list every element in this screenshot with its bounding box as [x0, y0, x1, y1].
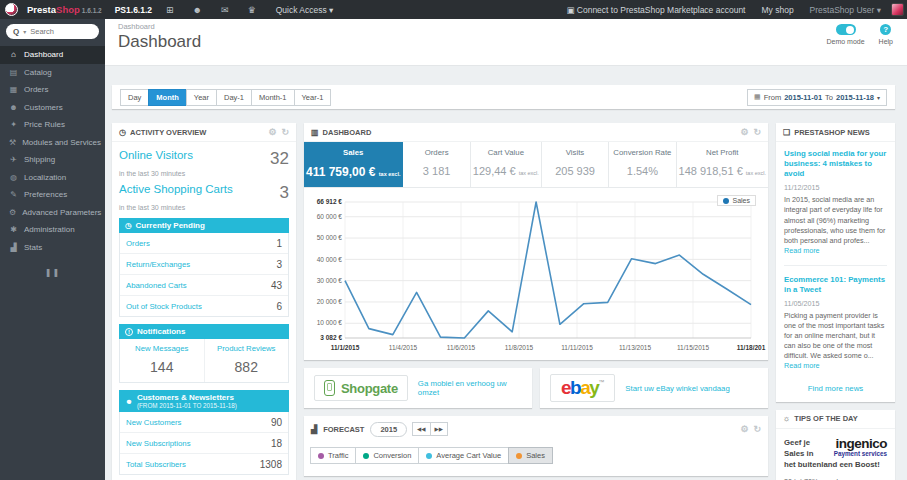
divider [784, 265, 887, 266]
legend-label: Sales [526, 451, 545, 460]
new-customers-value: 90 [271, 417, 282, 428]
kpi-label: Visits [544, 148, 606, 157]
filter-month-button[interactable]: Month [148, 89, 187, 106]
refresh-icon[interactable]: ↻ [753, 128, 761, 137]
kpi-label: Net Profit [679, 148, 766, 157]
my-shop-link[interactable]: My shop [755, 5, 799, 15]
shopgate-link[interactable]: Ga mobiel en verhoog uw omzet [418, 379, 522, 397]
svg-text:11/13/2015: 11/13/2015 [619, 344, 651, 351]
forecast-legend-average-cart-value[interactable]: Average Cart Value [418, 447, 509, 464]
filter-day-button[interactable]: Day [120, 89, 149, 106]
online-visitors-sub: in the last 30 minutes [119, 170, 289, 177]
gear-icon[interactable]: ⚙ [740, 128, 748, 137]
kpi-label: Sales [306, 148, 400, 157]
quick-access-menu[interactable]: Quick Access ▾ [270, 5, 340, 15]
read-more-link[interactable]: Read more [784, 246, 820, 255]
filter-day-1-button[interactable]: Day-1 [216, 89, 252, 106]
refresh-icon[interactable]: ↻ [281, 128, 289, 137]
legend-dot [723, 198, 729, 204]
filter-year-1-button[interactable]: Year-1 [294, 89, 332, 106]
pending-returns-link[interactable]: Return/Exchanges [126, 260, 190, 269]
mail-icon[interactable]: ✉ [216, 5, 234, 15]
marketplace-link[interactable]: ▣ Connect to PrestaShop Marketplace acco… [560, 5, 751, 15]
sidebar-item-label: Catalog [24, 68, 52, 77]
filter-month-1-button[interactable]: Month-1 [251, 89, 295, 106]
abandoned-carts-link[interactable]: Abandoned Carts [126, 281, 187, 290]
gear-icon[interactable]: ⚙ [740, 425, 748, 434]
sidebar-item-preferences[interactable]: ✎ Preferences [0, 186, 105, 204]
breadcrumb[interactable]: Dashboard [118, 22, 155, 31]
read-more-link[interactable]: Read more [784, 361, 820, 370]
forecast-legend-traffic[interactable]: Traffic [310, 447, 356, 464]
gear-icon[interactable]: ⚙ [268, 128, 276, 137]
news-item-title[interactable]: Ecommerce 101: Payments in a Tweet [784, 275, 887, 295]
new-subscriptions-link[interactable]: New Subscriptions [126, 439, 191, 448]
find-more-news-link[interactable]: Find more news [784, 384, 887, 393]
sidebar-item-administration[interactable]: ✱ Administration [0, 221, 105, 239]
search-input[interactable] [30, 27, 88, 36]
kpi-label: Orders [405, 148, 467, 157]
user-avatar[interactable] [891, 3, 904, 16]
search-scope-caret[interactable]: ▾ [23, 28, 26, 35]
sidebar-item-label: Modules and Services [22, 138, 101, 147]
kpi-tab-net-profit[interactable]: Net Profit 148 918,51 € tax excl. [677, 142, 768, 187]
sidebar-item-customers[interactable]: ☻ Customers [0, 99, 105, 117]
sidebar-item-label: Stats [24, 243, 42, 252]
sidebar-item-advanced-parameters[interactable]: ⚙ Advanced Parameters [0, 204, 105, 222]
tag-icon: ✦ [9, 120, 18, 129]
forecast-icon: ▟ [311, 425, 317, 434]
forecast-next-button[interactable]: ▶▶ [430, 422, 448, 436]
quick-access-label: Quick Access [276, 5, 327, 15]
help-label: Help [879, 38, 893, 45]
online-visitors-link[interactable]: Online Visitors [119, 149, 193, 161]
ebay-letter: y [589, 377, 598, 398]
pending-orders-link[interactable]: Orders [126, 239, 150, 248]
svg-text:40 000 €: 40 000 € [317, 256, 343, 263]
date-range-picker[interactable]: ▦ From 2015-11-01 To 2015-11-18 ▾ [747, 89, 887, 106]
kpi-tab-orders[interactable]: Orders 3 181 [403, 142, 470, 187]
user-menu[interactable]: PrestaShop User ▾ [804, 5, 887, 15]
out-of-stock-link[interactable]: Out of Stock Products [126, 302, 202, 311]
kpi-tab-cart-value[interactable]: Cart Value 129,44 € tax excl. [471, 142, 542, 187]
forecast-prev-button[interactable]: ◀◀ [412, 422, 430, 436]
forecast-legend-sales[interactable]: Sales [508, 447, 553, 464]
sidebar-item-shipping[interactable]: ✈ Shipping [0, 151, 105, 169]
news-item-date: 11/05/2015 [784, 299, 887, 308]
sales-chart-area: Sales 66 912 €60 000 €50 000 €40 000 €30… [304, 188, 768, 360]
customers-newsletters-subtitle: (FROM 2015-11-01 TO 2015-11-18) [137, 402, 237, 409]
marketplace-icon: ▣ [566, 5, 574, 15]
sidebar-item-orders[interactable]: ▦ Orders [0, 81, 105, 99]
refresh-icon[interactable]: ↻ [753, 425, 761, 434]
user-icon[interactable]: ☻ [188, 5, 207, 15]
ingenico-logo[interactable]: ingenico Payment services [819, 437, 887, 458]
forecast-legend-conversion[interactable]: Conversion [355, 447, 419, 464]
sidebar-item-stats[interactable]: ▟ Stats [0, 239, 105, 257]
trophy-icon[interactable]: ♛ [243, 5, 261, 15]
cart-icon[interactable]: ⊞ [161, 5, 179, 15]
search-box[interactable]: Q ▾ [6, 24, 99, 39]
demo-mode-toggle[interactable] [836, 24, 856, 35]
total-subscribers-link[interactable]: Total Subscribers [126, 460, 186, 469]
product-reviews-cell[interactable]: Product Reviews 882 [204, 339, 289, 382]
active-carts-link[interactable]: Active Shopping Carts [119, 183, 233, 195]
new-messages-cell[interactable]: New Messages 144 [120, 339, 204, 382]
ebay-link[interactable]: Start uw eBay winkel vandaag [625, 384, 729, 393]
kpi-tab-sales[interactable]: Sales 411 759,00 € tax excl. [304, 142, 403, 187]
active-carts-sub: in the last 30 minutes [119, 204, 289, 211]
news-excerpt-text: Picking a payment provider is one of the… [784, 311, 884, 360]
total-subscribers-value: 1308 [260, 459, 282, 470]
kpi-tab-conversion-rate[interactable]: Conversion Rate 1.54% [609, 142, 676, 187]
kpi-tab-visits[interactable]: Visits 205 939 [542, 142, 609, 187]
help-icon[interactable]: ? [880, 24, 891, 35]
filter-year-button[interactable]: Year [186, 89, 217, 106]
sidebar-item-label: Shipping [24, 155, 55, 164]
new-customers-link[interactable]: New Customers [126, 418, 181, 427]
sidebar-item-dashboard[interactable]: ⌂ Dashboard [0, 46, 105, 64]
sidebar-item-modules[interactable]: ⚒ Modules and Services [0, 134, 105, 152]
sidebar-item-price-rules[interactable]: ✦ Price Rules [0, 116, 105, 134]
sidebar-collapse-button[interactable]: ❚❚ [0, 268, 105, 277]
kpi-suffix: tax excl. [746, 170, 766, 176]
news-item-title[interactable]: Using social media for your business: 4 … [784, 149, 887, 179]
sidebar-item-localization[interactable]: ◍ Localization [0, 169, 105, 187]
sidebar-item-catalog[interactable]: ▤ Catalog [0, 64, 105, 82]
